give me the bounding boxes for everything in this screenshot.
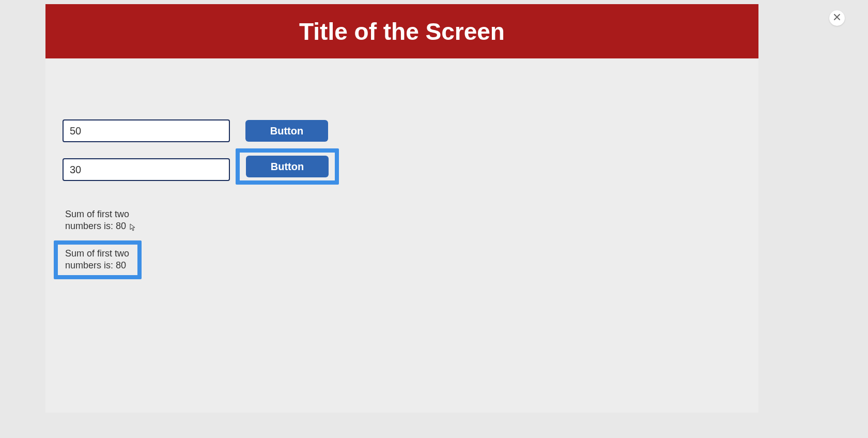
action-button-2[interactable]: Button	[246, 156, 329, 177]
highlight-box-button: Button	[236, 148, 339, 185]
number-input-2[interactable]	[63, 158, 230, 181]
form-row-1: Button	[63, 119, 328, 142]
form-row-2	[63, 158, 230, 181]
result-text-plain: Sum of first two numbers is: 80	[65, 208, 140, 233]
close-button[interactable]	[829, 10, 845, 26]
action-button-1[interactable]: Button	[245, 120, 328, 142]
page-title: Title of the Screen	[299, 18, 505, 46]
page-container: Title of the Screen Button Button Sum of…	[45, 4, 758, 413]
highlight-box-result: Sum of first two numbers is: 80	[54, 240, 142, 279]
result-text-boxed: Sum of first two numbers is: 80	[65, 248, 132, 272]
number-input-1[interactable]	[63, 119, 230, 142]
header-bar: Title of the Screen	[45, 4, 758, 58]
close-icon	[833, 13, 841, 23]
